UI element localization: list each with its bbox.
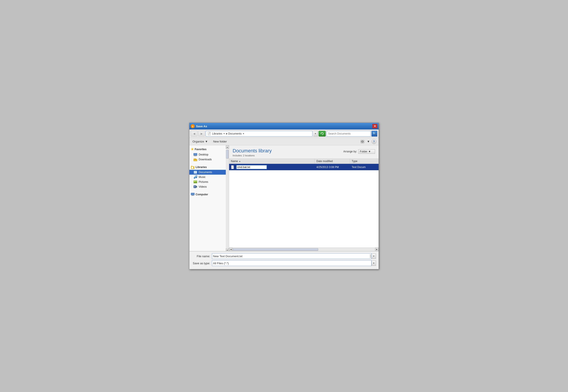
arrange-by-label: Arrange by: — [343, 150, 357, 153]
svg-rect-38 — [191, 193, 194, 195]
svg-rect-31 — [195, 176, 197, 176]
new-folder-button[interactable]: New folder — [212, 140, 228, 144]
sidebar-item-pictures[interactable]: Pictures — [189, 180, 226, 184]
forward-button[interactable]: ▶ — [198, 131, 205, 137]
filetype-value: All Files (*.*) — [213, 262, 371, 265]
pictures-icon — [193, 180, 197, 184]
videos-label: Videos — [199, 185, 207, 188]
bottom-area: File name: ▼ Save as type: All Files (*.… — [189, 251, 379, 269]
search-button[interactable]: 🔍 — [372, 131, 377, 137]
filetype-dropdown-button[interactable]: ▼ — [372, 261, 376, 266]
file-type: Text Docum — [352, 166, 366, 169]
file-type-cell: Text Docum — [350, 165, 379, 169]
column-date[interactable]: Date modified — [315, 159, 350, 164]
content-area: Documents library Includes: 2 locations … — [229, 145, 379, 251]
videos-icon — [193, 185, 197, 189]
filename-dropdown-button[interactable]: ▼ — [372, 253, 376, 259]
organize-button[interactable]: Organize ▼ — [192, 140, 209, 144]
help-button[interactable]: ? — [372, 139, 376, 144]
address-path: Libraries ▼ ▶ Documents ▼ — [206, 131, 313, 137]
filename-input-wrap — [212, 253, 372, 259]
back-icon: ◀ — [193, 132, 195, 135]
file-list[interactable]: 4/25/2013 3:08 PM Text Docum — [229, 164, 379, 248]
arrange-by: Arrange by: Folder ▼ — [343, 148, 375, 154]
svg-rect-9 — [362, 140, 364, 141]
downloads-label: Downloads — [199, 158, 212, 161]
sidebar-scroll-up[interactable]: ▲ — [226, 145, 229, 149]
sidebar-item-music[interactable]: Music — [189, 175, 226, 180]
scroll-thumb[interactable] — [233, 248, 318, 251]
arrange-arrow-icon: ▼ — [368, 150, 371, 153]
arrange-value: Folder — [360, 150, 367, 153]
column-type[interactable]: Type — [350, 159, 379, 164]
filename-label: File name: — [192, 255, 212, 258]
filetype-select-wrap: All Files (*.*) — [212, 260, 372, 266]
favorites-section: ★ Favorites — [189, 145, 226, 152]
filename-dropdown-icon: ▼ — [373, 255, 375, 257]
svg-rect-8 — [361, 140, 362, 141]
view-dropdown-icon: ▼ — [367, 140, 370, 143]
main-area: ▲ ▼ ★ Favorites — [189, 145, 379, 251]
library-subtitle: Includes: 2 locations — [233, 154, 272, 157]
downloads-icon — [193, 158, 197, 161]
sidebar-item-downloads[interactable]: Downloads — [189, 157, 226, 162]
file-rename-input[interactable] — [236, 165, 267, 169]
libraries-label: Libraries — [195, 166, 207, 169]
dialog-icon: e — [191, 124, 195, 128]
close-button[interactable]: ✕ — [373, 124, 377, 128]
libraries-section: Libraries — [189, 164, 226, 170]
libraries-dropdown[interactable]: ▼ — [223, 133, 225, 135]
table-row[interactable]: 4/25/2013 3:08 PM Text Docum — [229, 164, 379, 170]
filetype-label: Save as type: — [192, 262, 212, 265]
svg-rect-11 — [362, 142, 364, 143]
filename-row: File name: ▼ — [192, 253, 376, 259]
toolbar: Organize ▼ New folder ▼ ? — [189, 138, 379, 145]
save-as-dialog: e Save As ✕ ◀ ▶ Libraries — [189, 123, 379, 269]
libraries-section-icon — [191, 165, 195, 169]
view-dropdown-button[interactable]: ▼ — [366, 140, 371, 144]
svg-rect-21 — [191, 166, 193, 167]
file-date: 4/25/2013 3:08 PM — [316, 166, 339, 169]
music-label: Music — [199, 176, 206, 179]
library-title: Documents library — [233, 148, 272, 154]
arrange-dropdown[interactable]: Folder ▼ — [358, 149, 375, 154]
favorites-star-icon: ★ — [191, 147, 194, 151]
sidebar-item-desktop[interactable]: Desktop — [189, 152, 226, 157]
column-sort-icon: ▲ — [239, 160, 241, 162]
file-doc-icon — [231, 165, 235, 169]
view-grid-icon — [361, 140, 364, 143]
svg-point-33 — [194, 181, 195, 182]
path-doc-icon — [207, 132, 211, 136]
address-bar: ◀ ▶ Libraries ▼ ▶ Documents — [189, 129, 379, 138]
breadcrumb-documents[interactable]: Documents ▼ — [228, 132, 245, 135]
filename-input[interactable] — [213, 255, 370, 258]
sidebar-item-documents[interactable]: Documents — [189, 170, 226, 175]
view-button[interactable] — [360, 139, 365, 144]
scroll-right-button[interactable]: ▶ — [375, 248, 379, 251]
breadcrumb-libraries[interactable]: Libraries ▼ — [212, 132, 225, 135]
organize-arrow-icon: ▼ — [205, 140, 208, 143]
library-info: Documents library Includes: 2 locations — [233, 148, 272, 157]
documents-dropdown[interactable]: ▼ — [242, 133, 245, 135]
scroll-track — [233, 248, 375, 251]
column-name[interactable]: Name ▲ — [229, 159, 315, 164]
sidebar-scroll-thumb[interactable] — [226, 150, 229, 159]
file-date-cell: 4/25/2013 3:08 PM — [315, 165, 350, 169]
address-dropdown-button[interactable]: ▼ — [313, 131, 318, 137]
filetype-row: Save as type: All Files (*.*) ▼ — [192, 260, 376, 266]
search-input[interactable] — [328, 132, 369, 135]
svg-rect-22 — [192, 167, 193, 168]
scroll-left-button[interactable]: ◀ — [229, 248, 233, 251]
column-date-label: Date modified — [316, 160, 333, 163]
svg-rect-14 — [194, 155, 196, 156]
dialog-title: Save As — [196, 125, 373, 128]
forward-icon: ▶ — [201, 132, 203, 135]
refresh-button[interactable] — [319, 131, 326, 137]
back-button[interactable]: ◀ — [191, 131, 197, 137]
svg-rect-30 — [197, 175, 197, 178]
pictures-label: Pictures — [199, 180, 208, 183]
sidebar-scroll-down[interactable]: ▼ — [226, 248, 229, 251]
sidebar-item-videos[interactable]: Videos — [189, 184, 226, 189]
svg-rect-39 — [192, 195, 194, 196]
file-list-header: Name ▲ Date modified Type — [229, 159, 379, 164]
